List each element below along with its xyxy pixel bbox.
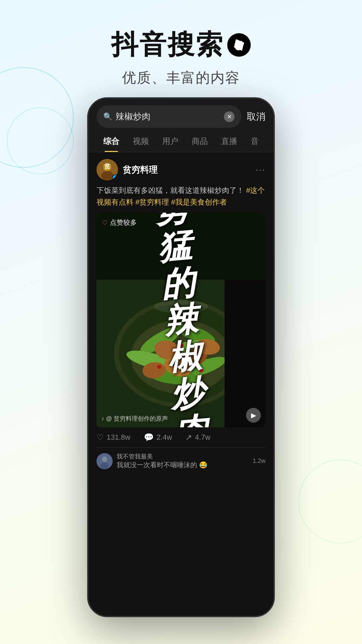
search-bar-area: 🔍 辣椒炒肉 ✕ 取消 bbox=[88, 99, 274, 128]
share-stat-icon: ↗ bbox=[185, 433, 192, 442]
tiktok-logo-icon bbox=[227, 33, 251, 57]
username-label: 贫穷料理 bbox=[123, 164, 158, 176]
clear-search-button[interactable]: ✕ bbox=[224, 111, 235, 122]
user-avatar: 贫 ✓ bbox=[97, 159, 118, 180]
cancel-button[interactable]: 取消 bbox=[247, 110, 265, 123]
search-query-text: 辣椒炒肉 bbox=[116, 111, 221, 122]
shares-stat[interactable]: ↗ 4.7w bbox=[185, 433, 210, 442]
tiktok-small-icon: ♪ bbox=[101, 416, 104, 422]
comment-preview-area: 我不管我最美 我就没一次看时不咽唾沫的 😂 1.2w bbox=[97, 448, 265, 470]
search-icon: 🔍 bbox=[103, 112, 112, 121]
likes-stat[interactable]: ♡ 131.8w bbox=[97, 433, 130, 442]
tab-product[interactable]: 商品 bbox=[185, 133, 215, 152]
shares-count: 4.7w bbox=[195, 433, 210, 442]
tab-comprehensive[interactable]: 综合 bbox=[97, 133, 126, 152]
commenter-name: 我不管我最美 bbox=[117, 452, 249, 461]
post-text-normal: 下饭菜到底有多凶猛，就看这道辣椒炒肉了！ bbox=[97, 186, 244, 195]
audio-info: ♪ @ 贫穷料理创作的原声 bbox=[101, 415, 168, 423]
tab-audio[interactable]: 音 bbox=[244, 133, 265, 152]
svg-text:贫: 贫 bbox=[104, 163, 111, 170]
tab-live[interactable]: 直播 bbox=[215, 133, 244, 152]
video-text-overlay: 勇猛的辣椒炒肉 bbox=[97, 213, 265, 427]
search-tabs: 综合 视频 用户 商品 直播 音 bbox=[88, 128, 274, 152]
comment-stat-icon: 💬 bbox=[144, 433, 154, 442]
audio-text: @ 贫穷料理创作的原声 bbox=[106, 415, 168, 423]
tab-video[interactable]: 视频 bbox=[126, 133, 156, 152]
likes-count: 131.8w bbox=[107, 433, 130, 442]
comments-count: 2.4w bbox=[157, 433, 172, 442]
commenter-avatar bbox=[97, 453, 113, 469]
heart-stat-icon: ♡ bbox=[97, 433, 104, 442]
tab-user[interactable]: 用户 bbox=[156, 133, 185, 152]
post-stats-row: ♡ 131.8w 💬 2.4w ↗ 4.7w bbox=[97, 427, 265, 448]
bg-decoration-circle-2 bbox=[7, 107, 74, 174]
title-text: 抖音搜索 bbox=[111, 27, 224, 63]
svg-point-26 bbox=[102, 457, 107, 462]
search-results-area: 贫 ✓ 贫穷料理 ··· 下饭菜到底有多凶猛，就看这道辣椒炒肉了！ #这个视频有… bbox=[88, 152, 274, 480]
user-info: 贫 ✓ 贫穷料理 bbox=[97, 159, 158, 180]
post-caption: 下饭菜到底有多凶猛，就看这道辣椒炒肉了！ #这个视频有点料 #贫穷料理 #我是美… bbox=[97, 184, 265, 208]
app-title: 抖音搜索 bbox=[0, 27, 362, 63]
svg-point-27 bbox=[100, 463, 109, 469]
phone-mockup: 🔍 辣椒炒肉 ✕ 取消 综合 视频 用户 商品 直播 音 bbox=[87, 97, 275, 617]
video-thumbnail[interactable]: ♡ 点赞较多 勇猛的辣椒炒肉 ♪ @ 贫穷料理创作的原声 bbox=[97, 213, 265, 427]
post-user-card: 贫 ✓ 贫穷料理 ··· bbox=[97, 159, 265, 180]
comment-likes-count: 1.2w bbox=[253, 458, 265, 465]
svg-point-2 bbox=[101, 171, 113, 180]
phone-screen: 🔍 辣椒炒肉 ✕ 取消 综合 视频 用户 商品 直播 音 bbox=[88, 99, 274, 616]
comments-stat[interactable]: 💬 2.4w bbox=[144, 433, 172, 442]
search-input-box[interactable]: 🔍 辣椒炒肉 ✕ bbox=[97, 105, 241, 128]
bg-decoration-circle-3 bbox=[298, 460, 362, 543]
comment-text: 我就没一次看时不咽唾沫的 😂 bbox=[117, 461, 249, 470]
more-options-button[interactable]: ··· bbox=[256, 164, 265, 175]
phone-frame: 🔍 辣椒炒肉 ✕ 取消 综合 视频 用户 商品 直播 音 bbox=[87, 97, 275, 617]
video-overlay-title: 勇猛的辣椒炒肉 bbox=[153, 213, 209, 427]
comment-item: 我不管我最美 我就没一次看时不咽唾沫的 😂 1.2w bbox=[97, 452, 265, 470]
verified-badge: ✓ bbox=[112, 174, 118, 180]
